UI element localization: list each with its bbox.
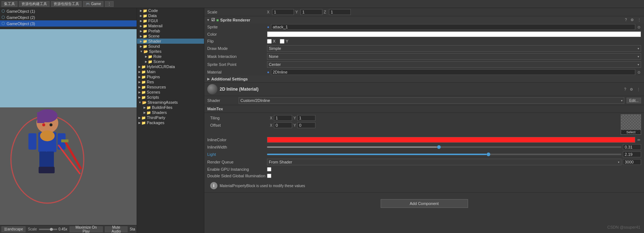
flip-x-label[interactable]: X: [267, 39, 275, 44]
additional-settings-foldout[interactable]: ▶ Additional Settings: [204, 76, 644, 82]
tool-btn-game[interactable]: 🎮 Game: [83, 1, 103, 7]
tiling-y-input[interactable]: [297, 115, 315, 121]
material-pick-btn[interactable]: ⊙: [637, 70, 641, 74]
help-icon-btn[interactable]: ?: [624, 18, 628, 22]
hierarchy-item-0[interactable]: ⬡ GameObject (1): [0, 8, 137, 14]
sprite-pick-btn[interactable]: ⊙: [637, 25, 641, 29]
file-scene[interactable]: ▶ 📁 Scene: [137, 33, 204, 39]
inline-width-slider[interactable]: [267, 146, 621, 148]
inspector-panel: Scale X Y Z ▼ ☑ ■: [204, 8, 644, 233]
file-res[interactable]: ▶ 📁 Res: [137, 79, 204, 84]
offset-y-input[interactable]: [297, 122, 315, 128]
file-sprites[interactable]: ▼ 📂 Sprites: [137, 49, 204, 54]
offset-x-input[interactable]: [274, 122, 292, 128]
flip-y-checkbox[interactable]: [280, 39, 284, 44]
inline-color-pick-btn[interactable]: ✏: [637, 138, 641, 142]
settings-icon-btn[interactable]: ⚙: [630, 18, 635, 22]
texture-preview[interactable]: Select: [621, 114, 641, 135]
file-shader[interactable]: ▶ 📁 Shader: [137, 39, 204, 44]
light-slider[interactable]: [267, 154, 621, 155]
stats-label: Sta: [130, 227, 135, 231]
add-component-btn[interactable]: Add Component: [381, 199, 468, 208]
file-materail[interactable]: ▶ 📁 Materail: [137, 23, 204, 28]
menu-more-btn[interactable]: ⋮: [105, 1, 114, 7]
draw-mode-select[interactable]: Simple: [267, 45, 641, 52]
more-icon-btn[interactable]: ⋮: [637, 18, 642, 22]
mask-interaction-select-wrapper: None: [267, 53, 641, 60]
scale-slider[interactable]: [39, 229, 57, 230]
file-hybridclr[interactable]: ▶ 📁 HybridCLRData: [137, 64, 204, 69]
file-scripts[interactable]: ▶ 📁 Scripts: [137, 95, 204, 100]
tool-btn-2[interactable]: 资源包构建工具: [19, 1, 50, 7]
scale-xyz: X Y Z: [267, 9, 641, 15]
file-plugins[interactable]: ▶ 📁 Plugins: [137, 74, 204, 79]
file-packages[interactable]: ▶ 📁 Packages: [137, 120, 204, 125]
inline-width-thumb: [437, 145, 441, 149]
inline-width-input[interactable]: [623, 144, 641, 150]
material-input[interactable]: [271, 69, 635, 75]
flip-x-checkbox[interactable]: [267, 39, 272, 44]
flip-y-label[interactable]: Y: [280, 39, 288, 44]
sprite-input[interactable]: [271, 24, 635, 30]
tool-btn-1[interactable]: 集工具: [1, 1, 17, 7]
render-queue-select[interactable]: From Shader: [267, 159, 621, 165]
texture-select-btn[interactable]: Select: [621, 130, 641, 134]
component-enable-checkbox[interactable]: ☑: [211, 17, 215, 22]
file-main[interactable]: ▶ 📁 Main: [137, 69, 204, 74]
material-help-btn[interactable]: ?: [623, 87, 627, 91]
folder-icon: 📁: [143, 9, 147, 13]
tiling-x-input[interactable]: [274, 115, 292, 121]
draw-mode-label: Draw Mode: [207, 46, 266, 51]
mask-interaction-select[interactable]: None: [267, 53, 641, 60]
folder-icon: 📁: [141, 70, 146, 74]
inline-color-label: InlineColor: [207, 138, 266, 142]
file-scenes[interactable]: ▶ 📁 Scenes: [137, 90, 204, 95]
folder-icon: 📁: [143, 24, 147, 28]
double-sided-checkbox[interactable]: [267, 174, 271, 178]
file-label: StreamingAssets: [148, 100, 178, 104]
sprite-sort-select[interactable]: Center: [267, 61, 641, 68]
file-buildinfiles[interactable]: ▶ 📁 BuildinFiles: [137, 105, 204, 110]
mute-audio-btn[interactable]: Mute Audio: [105, 226, 127, 232]
file-data[interactable]: ▶ 📁 Data: [137, 13, 204, 18]
file-scene2[interactable]: ▶ 📁 Scene: [137, 59, 204, 64]
inline-color-swatch[interactable]: [267, 137, 635, 143]
maximize-on-play-btn[interactable]: Maximize On Play: [70, 226, 103, 232]
file-role[interactable]: ▶ 📁 Role: [137, 54, 204, 59]
light-input[interactable]: [623, 151, 641, 157]
file-fgui[interactable]: ▶ 📁 FGUI: [137, 18, 204, 23]
render-queue-input[interactable]: [623, 159, 641, 165]
scale-z-input[interactable]: [329, 9, 351, 15]
color-swatch[interactable]: [267, 31, 641, 37]
shader-select[interactable]: Custom/2DInline: [239, 97, 624, 104]
flip-x-text: X: [273, 39, 275, 43]
scene-canvas[interactable]: [0, 29, 137, 225]
file-sound[interactable]: ▶ 📁 Sound: [137, 44, 204, 49]
folder-icon: 📁: [141, 85, 146, 89]
hierarchy-item-2[interactable]: ⬡ GameObject (3): [0, 20, 137, 27]
scale-x-item: X: [267, 9, 294, 15]
gpu-instancing-checkbox[interactable]: [267, 167, 271, 171]
hierarchy-item-1[interactable]: ⬡ GameObject (2): [0, 14, 137, 20]
gameobject-icon: ⬡: [1, 9, 5, 13]
folder-icon: 📁: [143, 19, 147, 23]
file-code[interactable]: ▶ 📁 Code: [137, 8, 204, 13]
file-resources[interactable]: ▶ 📁 Resources: [137, 84, 204, 90]
landscape-btn[interactable]: ☰ andscape: [1, 226, 25, 232]
scale-y-input[interactable]: [301, 9, 322, 15]
tool-btn-3[interactable]: 资源包报告工具: [51, 1, 82, 7]
material-more-btn[interactable]: ⋮: [636, 87, 641, 91]
file-streaming[interactable]: ▼ 📂 StreamingAssets: [137, 100, 204, 105]
offset-y-label: Y: [294, 123, 296, 127]
file-thirdparty[interactable]: ▶ 📁 ThirdParty: [137, 115, 204, 120]
shader-edit-btn[interactable]: Edit...: [627, 98, 641, 103]
sprite-sort-label: Sprite Sort Point: [207, 62, 266, 67]
render-queue-label: Render Queue: [207, 160, 266, 164]
double-sided-label: Double Sided Global Illumination: [207, 174, 266, 178]
file-shaders[interactable]: ▶ 📁 Shaders: [137, 110, 204, 115]
scale-y-item: Y: [295, 9, 322, 15]
material-settings-btn[interactable]: ⚙: [629, 87, 634, 91]
maintex-content: Tiling X Y Offset X: [204, 113, 644, 136]
file-prefab[interactable]: ▶ 📁 Prefab: [137, 28, 204, 33]
scale-x-input[interactable]: [272, 9, 294, 15]
